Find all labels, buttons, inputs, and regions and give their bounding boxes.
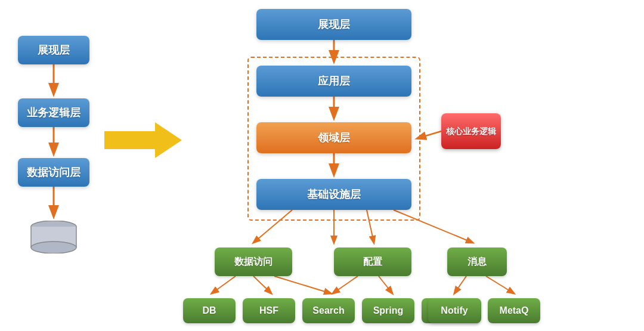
left-box-data-access: 数据访问层 [18,158,89,187]
left-box-presentation: 展现层 [18,36,89,64]
left-box3-label: 数据访问层 [27,165,80,180]
right-box3-label: 领域层 [318,131,350,145]
green-metaq-label: MetaQ [500,305,529,316]
right-box4-label: 基础设施层 [307,187,361,202]
right-box-presentation: 展现层 [256,9,411,40]
green-config-label: 配置 [363,256,382,268]
green-hsf: HSF [243,298,295,323]
right-box-infrastructure: 基础设施层 [256,179,411,210]
green-metaq: MetaQ [488,298,540,323]
green-message: 消息 [447,248,507,276]
callout-core-business: 核心业务逻辑 [441,113,501,149]
green-search-label: Search [312,305,344,316]
left-box-business: 业务逻辑层 [18,98,89,127]
green-db: DB [183,298,236,323]
right-box1-label: 展现层 [318,17,350,32]
green-notify-label: Notify [441,305,467,316]
svg-line-6 [417,131,441,138]
green-db-label: DB [202,305,216,316]
svg-point-10 [31,242,76,253]
green-notify: Notify [428,298,481,323]
green-spring: Spring [362,298,414,323]
right-box-domain: 领域层 [256,122,411,153]
callout-label: 核心业务逻辑 [444,123,499,139]
green-data-label: 数据访问 [234,256,273,268]
green-spring-label: Spring [373,305,404,316]
svg-marker-7 [104,122,182,158]
left-box2-label: 业务逻辑层 [27,106,80,120]
database-cylinder [30,221,78,253]
green-hsf-label: HSF [259,305,278,316]
green-config: 配置 [334,248,411,276]
diagram-container: 展现层 业务逻辑层 数据访问层 展现层 应用层 领域层 基础设施层 核心业务逻辑… [0,0,644,331]
green-search: Search [302,298,355,323]
green-data-access: 数据访问 [215,248,292,276]
big-arrow-svg [104,122,182,158]
right-box-application: 应用层 [256,66,411,97]
left-box1-label: 展现层 [38,43,70,57]
right-box2-label: 应用层 [318,74,350,88]
green-msg-label: 消息 [467,256,487,268]
